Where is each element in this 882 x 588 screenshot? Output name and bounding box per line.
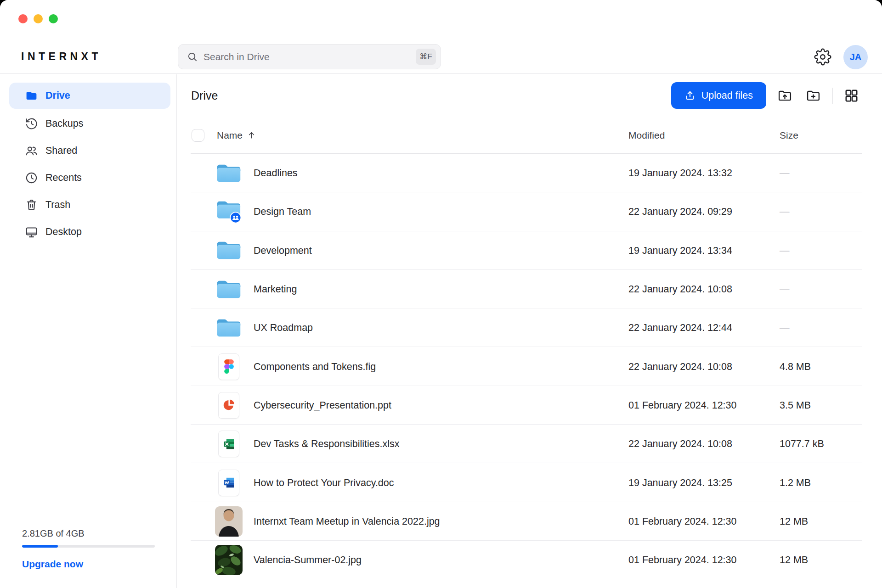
window-controls — [18, 14, 58, 23]
storage-meter: 2.81GB of 4GB Upgrade now — [22, 528, 155, 570]
table-row[interactable]: Design Team 22 January 2024. 09:29 — — [177, 192, 882, 231]
sidebar-item-label: Recents — [45, 172, 82, 184]
file-modified-date: 19 January 2024. 13:25 — [628, 477, 732, 488]
settings-button[interactable] — [812, 46, 833, 67]
drive-title-bar: Drive Upload files — [177, 74, 882, 117]
sidebar-item-recents[interactable]: Recents — [9, 164, 170, 191]
table-row[interactable]: Deadlines 19 January 2024. 13:32 — — [177, 154, 882, 192]
sidebar-nav: Drive Backups Shared Recents — [0, 74, 176, 246]
file-name: Cybersecurity_Presentation.ppt — [254, 399, 391, 411]
table-row[interactable]: Valencia-Summer-02.jpg 01 February 2024.… — [177, 541, 882, 579]
file-size: 1077.7 kB — [780, 438, 824, 450]
file-name: Marketing — [254, 284, 297, 295]
grid-view-icon — [844, 88, 859, 103]
photo-leaves-icon — [215, 541, 243, 579]
sidebar-item-drive[interactable]: Drive — [9, 83, 170, 109]
file-modified-date: 22 January 2024. 10:08 — [628, 361, 732, 372]
clock-icon — [24, 171, 38, 185]
table-row[interactable]: Marketing 22 January 2024. 10:08 — — [177, 270, 882, 308]
zoom-window-button[interactable] — [49, 14, 58, 23]
folder-upload-icon — [777, 88, 792, 103]
page-title: Drive — [191, 89, 218, 102]
file-modified-date: 22 January 2024. 12:44 — [628, 322, 732, 334]
powerpoint-file-icon — [215, 386, 243, 425]
file-size: 1.2 MB — [780, 477, 811, 488]
folder-icon — [24, 89, 38, 103]
file-modified-date: 01 February 2024. 12:30 — [628, 554, 736, 566]
figma-file-icon — [215, 347, 243, 386]
close-window-button[interactable] — [18, 14, 28, 23]
search-bar[interactable]: ⌘F — [178, 44, 441, 69]
file-name: How to Protect Your Privacy.doc — [254, 477, 394, 488]
table-header: Name Modified Size — [177, 117, 882, 154]
search-input[interactable] — [204, 51, 416, 62]
search-icon — [187, 51, 198, 62]
folder-icon — [215, 154, 243, 192]
new-folder-button[interactable] — [803, 85, 823, 106]
sidebar-item-label: Backups — [45, 118, 83, 129]
sidebar-item-backups[interactable]: Backups — [9, 110, 170, 137]
table-row[interactable]: Components and Tokens.fig 22 January 202… — [177, 347, 882, 386]
file-size: — — [780, 284, 790, 295]
upgrade-now-link[interactable]: Upgrade now — [22, 559, 83, 570]
table-row[interactable]: Development 19 January 2024. 13:34 — — [177, 231, 882, 270]
sort-ascending-icon — [247, 131, 256, 140]
column-header-name[interactable]: Name — [217, 130, 256, 141]
people-icon — [24, 144, 38, 158]
select-all-checkbox[interactable] — [192, 129, 204, 142]
file-modified-date: 19 January 2024. 13:32 — [628, 168, 732, 179]
file-name: Dev Tasks & Responsibilities.xlsx — [254, 438, 399, 450]
table-row[interactable]: Dev Tasks & Responsibilities.xlsx 22 Jan… — [177, 425, 882, 463]
upload-files-button[interactable]: Upload files — [671, 82, 766, 109]
sidebar-item-label: Trash — [45, 199, 70, 211]
storage-progress-bar — [22, 545, 155, 548]
file-size: — — [780, 245, 790, 256]
file-name: Design Team — [254, 206, 311, 218]
file-name: Valencia-Summer-02.jpg — [254, 554, 362, 566]
top-bar: INTERNXT ⌘F JA — [0, 0, 882, 74]
table-row[interactable]: How to Protect Your Privacy.doc 19 Janua… — [177, 463, 882, 502]
file-modified-date: 22 January 2024. 10:08 — [628, 284, 732, 295]
search-shortcut-badge: ⌘F — [416, 49, 436, 65]
main-panel: Drive Upload files — [177, 74, 882, 588]
file-modified-date: 19 January 2024. 13:34 — [628, 245, 732, 256]
sidebar-item-label: Desktop — [45, 226, 82, 238]
toolbar-actions: Upload files — [671, 82, 861, 109]
file-name: Development — [254, 245, 312, 256]
file-modified-date: 22 January 2024. 10:08 — [628, 438, 732, 450]
file-modified-date: 01 February 2024. 12:30 — [628, 515, 736, 527]
column-header-modified[interactable]: Modified — [628, 130, 665, 141]
file-size: 3.5 MB — [780, 399, 811, 411]
photo-person-icon — [215, 502, 243, 541]
table-row[interactable]: Cybersecurity_Presentation.ppt 01 Februa… — [177, 386, 882, 425]
backup-history-icon — [24, 117, 38, 131]
word-file-icon — [215, 463, 243, 502]
sidebar-item-label: Shared — [45, 145, 77, 157]
avatar[interactable]: JA — [843, 45, 868, 69]
minimize-window-button[interactable] — [34, 14, 43, 23]
sidebar-item-label: Drive — [45, 90, 70, 101]
folder-icon — [215, 231, 243, 270]
folder-icon — [215, 270, 243, 308]
upload-icon — [684, 90, 695, 101]
sidebar-item-shared[interactable]: Shared — [9, 137, 170, 164]
sidebar: Drive Backups Shared Recents — [0, 74, 177, 588]
sidebar-item-desktop[interactable]: Desktop — [9, 218, 170, 246]
file-list: Deadlines 19 January 2024. 13:32 — Desig… — [177, 154, 882, 579]
file-size: 12 MB — [780, 515, 808, 527]
file-size: — — [780, 168, 790, 179]
table-row[interactable]: UX Roadmap 22 January 2024. 12:44 — — [177, 308, 882, 347]
file-size: 12 MB — [780, 554, 808, 566]
sidebar-item-trash[interactable]: Trash — [9, 191, 170, 218]
file-name: UX Roadmap — [254, 322, 313, 334]
file-name: Internxt Team Meetup in Valencia 2022.jp… — [254, 515, 440, 527]
grid-view-button[interactable] — [841, 85, 861, 106]
folder-plus-icon — [806, 88, 821, 103]
table-row[interactable]: Internxt Team Meetup in Valencia 2022.jp… — [177, 502, 882, 541]
file-modified-date: 22 January 2024. 09:29 — [628, 206, 732, 218]
upload-folder-button[interactable] — [775, 85, 795, 106]
column-header-size[interactable]: Size — [780, 130, 798, 141]
monitor-icon — [24, 225, 38, 239]
folder-shared-icon — [215, 192, 243, 231]
gear-icon — [814, 48, 831, 66]
